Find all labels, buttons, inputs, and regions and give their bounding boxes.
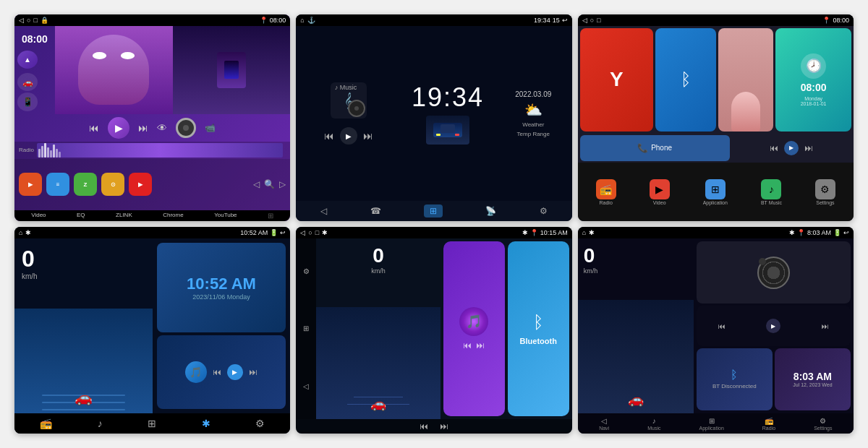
- music-card-s5[interactable]: 🎵 ⏮ ⏭: [443, 241, 505, 416]
- play-s6[interactable]: ▶: [766, 319, 780, 333]
- nav-settings-s2[interactable]: ⚙: [540, 206, 548, 216]
- time-s5: 10:15 AM: [540, 229, 568, 236]
- prev-s6[interactable]: ⏮: [718, 322, 726, 330]
- big-time-display: 19:34: [412, 82, 484, 113]
- search-icon-s1[interactable]: 🔍: [264, 179, 275, 189]
- music-icon-box: ♪ Music 𝄞: [331, 82, 367, 119]
- time-s4: 10:52 AM: [240, 229, 268, 236]
- prev-s2[interactable]: ⏮: [324, 130, 334, 142]
- nav-apps-s6[interactable]: ⊞ Application: [699, 417, 724, 431]
- back-s3[interactable]: ◁: [582, 17, 587, 24]
- time-big-s4: 10:52 AM: [187, 275, 256, 293]
- nav-signal-s2[interactable]: 📡: [485, 206, 496, 216]
- back-s6[interactable]: ↩: [843, 229, 849, 236]
- app-chrome[interactable]: ⊙: [101, 173, 124, 196]
- road-s6: 🚗: [578, 300, 694, 413]
- app-radio-s3[interactable]: 📻 Radio: [596, 179, 616, 205]
- home-icon[interactable]: ○: [27, 17, 30, 24]
- home-s3[interactable]: ○: [590, 17, 594, 24]
- nav-bar-s6: ◁ Navi ♪ Music ⊞ Application 📻 Radio ⚙: [578, 413, 854, 434]
- app-video[interactable]: ▶: [19, 173, 42, 196]
- nav-arrow-s2[interactable]: ◁: [320, 206, 327, 216]
- phone-circle[interactable]: 📱: [17, 92, 38, 111]
- settings-icon-nav-s6: ⚙: [820, 417, 826, 425]
- play-s3[interactable]: ▶: [784, 141, 799, 155]
- bt2-s5: ✱: [522, 229, 528, 236]
- app-settings-s3[interactable]: ⚙ Settings: [815, 179, 835, 205]
- recents-icon[interactable]: □: [33, 17, 37, 24]
- time-display-s6: 8:03 AM: [793, 371, 832, 382]
- prev-btn[interactable]: ⏮: [89, 122, 99, 134]
- prev-ctrl-s5[interactable]: ⏮: [420, 421, 428, 431]
- back-sidebar-s5[interactable]: ◁: [303, 382, 309, 390]
- label-video: Video: [31, 212, 46, 220]
- prev-s3[interactable]: ⏮: [770, 143, 778, 153]
- time-s2: 19:34: [534, 17, 550, 24]
- bt-box-s6[interactable]: ᛒ BT Disconnected: [697, 348, 773, 410]
- next-s2[interactable]: ⏭: [363, 130, 373, 142]
- bt-card-s5[interactable]: ᛒ Bluetooth: [508, 241, 569, 416]
- app-btmusic-s3[interactable]: ♪ BT Music: [761, 179, 782, 205]
- back-s4[interactable]: ↩: [280, 229, 286, 236]
- tile-yatour[interactable]: Y: [580, 28, 653, 132]
- status-bar-4: ⌂ ✱ 10:52 AM 🔋 ↩: [14, 227, 290, 238]
- status-bar-6: ⌂ ✱ ✱ 📍 8:03 AM 🔋 ↩: [578, 227, 854, 238]
- nav-music-s6[interactable]: ♪ Music: [647, 417, 660, 431]
- music-ctrl-s4: ⏮ ▶ ⏭: [213, 364, 258, 380]
- next-btn[interactable]: ⏭: [138, 122, 148, 134]
- settings-sidebar-s5[interactable]: ⚙: [303, 267, 310, 275]
- speed-display-s4: 0 km/h: [22, 246, 38, 280]
- bottom-icons: ⊞: [268, 212, 273, 220]
- screen-2: ⌂ ⚓ 19:34 15 ↩ ♪ Music 𝄞: [296, 14, 571, 221]
- prev-s4[interactable]: ⏮: [213, 367, 221, 377]
- nav-bt-s4[interactable]: ✱: [202, 418, 210, 429]
- bt-icon-s4: ✱: [25, 229, 31, 236]
- nav-phone-s2[interactable]: ☎: [370, 206, 381, 216]
- nav-circle[interactable]: ▲: [17, 51, 38, 69]
- vinyl-small: [348, 100, 365, 117]
- next-s4[interactable]: ⏭: [249, 367, 258, 377]
- music-label: ♪ Music: [335, 84, 357, 91]
- sq-s5[interactable]: □: [315, 229, 319, 236]
- next-s6[interactable]: ⏭: [822, 322, 829, 330]
- app-application-s3[interactable]: ⊞ Application: [703, 179, 728, 205]
- app-eq[interactable]: ≡: [46, 173, 69, 196]
- music-icon-nav-s6: ♪: [652, 417, 656, 425]
- home-circle-s5[interactable]: ○: [308, 229, 312, 236]
- play-s2[interactable]: ▶: [340, 127, 357, 145]
- nav-radio-s4[interactable]: 📻: [40, 418, 52, 429]
- next-music-s5[interactable]: ⏭: [476, 340, 485, 350]
- back-icon-s2[interactable]: ↩: [562, 17, 568, 24]
- next-ctrl-s5[interactable]: ⏭: [440, 421, 448, 431]
- app-video-s3[interactable]: ▶ Video: [650, 179, 670, 205]
- nav-settings-s4[interactable]: ⚙: [255, 418, 265, 429]
- car-icon[interactable]: 🚗: [17, 73, 38, 91]
- tile-person[interactable]: [718, 28, 773, 132]
- play-s4[interactable]: ▶: [227, 364, 243, 380]
- nav-settings-s6[interactable]: ⚙ Settings: [814, 417, 832, 431]
- play-button[interactable]: ▶: [108, 117, 129, 139]
- back-s5[interactable]: ◁: [300, 229, 305, 236]
- grid-sidebar-s5[interactable]: ⊞: [303, 324, 309, 332]
- app-zlink[interactable]: Z: [74, 173, 97, 196]
- nav-grid-s2[interactable]: ⊞: [424, 204, 443, 217]
- nav-navi-s6[interactable]: ◁ Navi: [599, 417, 609, 431]
- phone-button[interactable]: 📞 Phone: [580, 135, 730, 162]
- bt-status-s6: ✱: [589, 229, 595, 236]
- app-youtube[interactable]: ▶: [129, 173, 152, 196]
- nav-music-s4[interactable]: ♪: [98, 418, 103, 429]
- prev-music-s5[interactable]: ⏮: [463, 340, 472, 350]
- tile-clock[interactable]: 🕗 08:00 Monday2018-01-01: [775, 28, 851, 132]
- nav-apps-s4[interactable]: ⊞: [148, 418, 156, 429]
- nav-radio-s6[interactable]: 📻 Radio: [762, 417, 775, 431]
- next-small[interactable]: ▷: [279, 179, 286, 189]
- apps-grid-icon[interactable]: ⊞: [268, 212, 273, 220]
- rec-s3[interactable]: □: [597, 17, 600, 24]
- vinyl-box-s6: [697, 241, 851, 303]
- back-icon[interactable]: ◁: [19, 17, 24, 24]
- next-s3[interactable]: ⏭: [804, 143, 813, 153]
- batt-s6: 🔋: [833, 229, 841, 236]
- tile-bluetooth[interactable]: ᛒ: [655, 28, 716, 132]
- radio-icon-nav-s6: 📻: [765, 417, 773, 425]
- prev-small[interactable]: ◁: [253, 179, 260, 189]
